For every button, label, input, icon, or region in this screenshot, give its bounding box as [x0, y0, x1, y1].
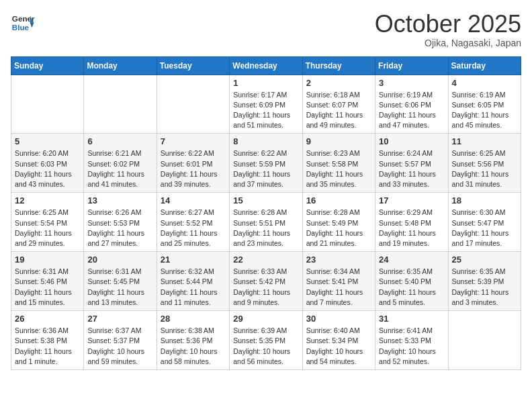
- location-subtitle: Ojika, Nagasaki, Japan: [375, 38, 521, 48]
- column-header-sunday: Sunday: [11, 56, 84, 75]
- calendar-cell: 4Sunrise: 6:19 AMSunset: 6:05 PMDaylight…: [448, 75, 521, 134]
- day-number: 15: [233, 195, 298, 205]
- calendar-cell: 11Sunrise: 6:25 AMSunset: 5:56 PMDayligh…: [448, 134, 521, 193]
- calendar-cell: [84, 75, 157, 134]
- column-header-thursday: Thursday: [302, 56, 375, 75]
- day-info: Sunrise: 6:22 AMSunset: 5:59 PMDaylight:…: [233, 148, 298, 189]
- day-number: 9: [306, 136, 371, 146]
- calendar-cell: 19Sunrise: 6:31 AMSunset: 5:46 PMDayligh…: [11, 252, 84, 311]
- calendar-table: SundayMondayTuesdayWednesdayThursdayFrid…: [11, 56, 521, 370]
- day-info: Sunrise: 6:37 AMSunset: 5:37 PMDaylight:…: [87, 326, 152, 367]
- calendar-cell: 23Sunrise: 6:34 AMSunset: 5:41 PMDayligh…: [302, 252, 375, 311]
- day-info: Sunrise: 6:25 AMSunset: 5:54 PMDaylight:…: [15, 208, 80, 248]
- day-info: Sunrise: 6:33 AMSunset: 5:42 PMDaylight:…: [233, 267, 298, 308]
- column-header-saturday: Saturday: [448, 56, 521, 75]
- day-number: 18: [452, 195, 517, 205]
- day-number: 28: [161, 314, 226, 324]
- day-number: 24: [379, 255, 444, 265]
- calendar-week-3: 12Sunrise: 6:25 AMSunset: 5:54 PMDayligh…: [11, 193, 521, 252]
- column-header-tuesday: Tuesday: [157, 56, 229, 75]
- logo: General Blue: [11, 11, 35, 35]
- calendar-cell: 13Sunrise: 6:26 AMSunset: 5:53 PMDayligh…: [84, 193, 157, 252]
- day-info: Sunrise: 6:26 AMSunset: 5:53 PMDaylight:…: [87, 208, 152, 248]
- day-number: 11: [452, 136, 517, 146]
- calendar-cell: 5Sunrise: 6:20 AMSunset: 6:03 PMDaylight…: [11, 134, 84, 193]
- day-number: 13: [87, 195, 152, 205]
- day-info: Sunrise: 6:28 AMSunset: 5:51 PMDaylight:…: [233, 208, 298, 248]
- calendar-cell: 26Sunrise: 6:36 AMSunset: 5:38 PMDayligh…: [11, 311, 84, 370]
- day-number: 6: [87, 136, 152, 146]
- calendar-week-1: 1Sunrise: 6:17 AMSunset: 6:09 PMDaylight…: [11, 75, 521, 134]
- day-info: Sunrise: 6:27 AMSunset: 5:52 PMDaylight:…: [161, 208, 226, 248]
- day-info: Sunrise: 6:32 AMSunset: 5:44 PMDaylight:…: [161, 267, 226, 308]
- calendar-header-row: SundayMondayTuesdayWednesdayThursdayFrid…: [11, 56, 521, 75]
- month-title: October 2025: [375, 11, 521, 38]
- calendar-cell: 25Sunrise: 6:35 AMSunset: 5:39 PMDayligh…: [448, 252, 521, 311]
- day-number: 31: [379, 314, 444, 324]
- day-number: 8: [233, 136, 298, 146]
- calendar-cell: 21Sunrise: 6:32 AMSunset: 5:44 PMDayligh…: [157, 252, 229, 311]
- calendar-cell: 14Sunrise: 6:27 AMSunset: 5:52 PMDayligh…: [157, 193, 229, 252]
- calendar-week-2: 5Sunrise: 6:20 AMSunset: 6:03 PMDaylight…: [11, 134, 521, 193]
- svg-marker-3: [30, 23, 34, 28]
- day-info: Sunrise: 6:18 AMSunset: 6:07 PMDaylight:…: [306, 90, 371, 131]
- day-number: 26: [15, 314, 80, 324]
- day-info: Sunrise: 6:35 AMSunset: 5:39 PMDaylight:…: [452, 267, 517, 308]
- calendar-cell: 31Sunrise: 6:41 AMSunset: 5:33 PMDayligh…: [375, 311, 448, 370]
- day-number: 7: [161, 136, 226, 146]
- title-block: October 2025 Ojika, Nagasaki, Japan: [375, 11, 521, 48]
- calendar-cell: 28Sunrise: 6:38 AMSunset: 5:36 PMDayligh…: [157, 311, 229, 370]
- column-header-monday: Monday: [84, 56, 157, 75]
- page-header: General Blue October 2025 Ojika, Nagasak…: [11, 11, 521, 48]
- calendar-cell: 15Sunrise: 6:28 AMSunset: 5:51 PMDayligh…: [230, 193, 302, 252]
- day-info: Sunrise: 6:19 AMSunset: 6:05 PMDaylight:…: [452, 90, 517, 131]
- day-info: Sunrise: 6:34 AMSunset: 5:41 PMDaylight:…: [306, 267, 371, 308]
- day-info: Sunrise: 6:35 AMSunset: 5:40 PMDaylight:…: [379, 267, 444, 308]
- day-number: 1: [233, 78, 298, 88]
- day-number: 30: [306, 314, 371, 324]
- day-info: Sunrise: 6:22 AMSunset: 6:01 PMDaylight:…: [161, 148, 226, 189]
- column-header-wednesday: Wednesday: [230, 56, 302, 75]
- calendar-cell: 12Sunrise: 6:25 AMSunset: 5:54 PMDayligh…: [11, 193, 84, 252]
- day-number: 4: [452, 78, 517, 88]
- calendar-cell: [448, 311, 521, 370]
- calendar-cell: 1Sunrise: 6:17 AMSunset: 6:09 PMDaylight…: [230, 75, 302, 134]
- day-number: 23: [306, 255, 371, 265]
- calendar-week-4: 19Sunrise: 6:31 AMSunset: 5:46 PMDayligh…: [11, 252, 521, 311]
- day-info: Sunrise: 6:20 AMSunset: 6:03 PMDaylight:…: [15, 148, 80, 189]
- column-header-friday: Friday: [375, 56, 448, 75]
- day-number: 12: [15, 195, 80, 205]
- calendar-cell: 9Sunrise: 6:23 AMSunset: 5:58 PMDaylight…: [302, 134, 375, 193]
- day-number: 27: [87, 314, 152, 324]
- day-info: Sunrise: 6:19 AMSunset: 6:06 PMDaylight:…: [379, 90, 444, 131]
- day-info: Sunrise: 6:24 AMSunset: 5:57 PMDaylight:…: [379, 148, 444, 189]
- logo-icon: General Blue: [11, 11, 35, 35]
- day-info: Sunrise: 6:38 AMSunset: 5:36 PMDaylight:…: [161, 326, 226, 367]
- day-info: Sunrise: 6:23 AMSunset: 5:58 PMDaylight:…: [306, 148, 371, 189]
- calendar-cell: 3Sunrise: 6:19 AMSunset: 6:06 PMDaylight…: [375, 75, 448, 134]
- day-number: 19: [15, 255, 80, 265]
- calendar-cell: 24Sunrise: 6:35 AMSunset: 5:40 PMDayligh…: [375, 252, 448, 311]
- day-info: Sunrise: 6:25 AMSunset: 5:56 PMDaylight:…: [452, 148, 517, 189]
- day-number: 5: [15, 136, 80, 146]
- calendar-cell: [157, 75, 229, 134]
- day-number: 22: [233, 255, 298, 265]
- day-number: 17: [379, 195, 444, 205]
- day-number: 14: [161, 195, 226, 205]
- day-number: 21: [161, 255, 226, 265]
- calendar-cell: 18Sunrise: 6:30 AMSunset: 5:47 PMDayligh…: [448, 193, 521, 252]
- calendar-cell: 20Sunrise: 6:31 AMSunset: 5:45 PMDayligh…: [84, 252, 157, 311]
- day-number: 20: [87, 255, 152, 265]
- calendar-week-5: 26Sunrise: 6:36 AMSunset: 5:38 PMDayligh…: [11, 311, 521, 370]
- calendar-cell: 10Sunrise: 6:24 AMSunset: 5:57 PMDayligh…: [375, 134, 448, 193]
- calendar-cell: 17Sunrise: 6:29 AMSunset: 5:48 PMDayligh…: [375, 193, 448, 252]
- day-info: Sunrise: 6:39 AMSunset: 5:35 PMDaylight:…: [233, 326, 298, 367]
- day-info: Sunrise: 6:36 AMSunset: 5:38 PMDaylight:…: [15, 326, 80, 367]
- day-number: 16: [306, 195, 371, 205]
- day-info: Sunrise: 6:28 AMSunset: 5:49 PMDaylight:…: [306, 208, 371, 248]
- calendar-cell: 6Sunrise: 6:21 AMSunset: 6:02 PMDaylight…: [84, 134, 157, 193]
- day-info: Sunrise: 6:17 AMSunset: 6:09 PMDaylight:…: [233, 90, 298, 131]
- svg-text:Blue: Blue: [12, 23, 30, 32]
- day-info: Sunrise: 6:31 AMSunset: 5:46 PMDaylight:…: [15, 267, 80, 308]
- calendar-cell: 22Sunrise: 6:33 AMSunset: 5:42 PMDayligh…: [230, 252, 302, 311]
